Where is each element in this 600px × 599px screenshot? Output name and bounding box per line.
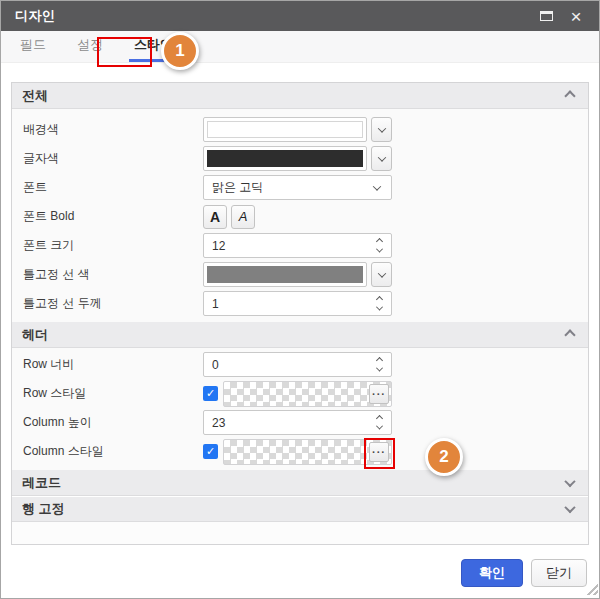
bg-color-control <box>203 117 392 142</box>
font-select-value: 맑은 고딕 <box>212 179 263 196</box>
row-column-height: Column 높이 <box>22 410 578 435</box>
row-width-spin-buttons[interactable] <box>377 353 382 376</box>
font-label: 폰트 <box>22 179 203 196</box>
text-color-label: 글자색 <box>22 150 203 167</box>
text-color-field[interactable] <box>203 146 367 171</box>
close-dialog-button[interactable]: 닫기 <box>531 559 587 587</box>
chevron-up-icon <box>564 329 575 340</box>
freeze-line-color-label: 틀고정 선 색 <box>22 266 203 283</box>
section-header-rows: Row 너비 Row 스타일 <box>12 348 588 470</box>
row-text-color: 글자색 <box>22 146 578 171</box>
ok-button[interactable]: 확인 <box>461 559 523 587</box>
checkmark-icon: ✓ <box>206 446 215 457</box>
bg-color-label: 배경색 <box>22 121 203 138</box>
font-size-spinner <box>203 233 392 258</box>
dialog-footer: 확인 닫기 <box>1 545 599 596</box>
annotation-red-box-more-button <box>364 438 395 469</box>
style-accordion: 전체 배경색 글자색 <box>11 82 589 545</box>
resize-grip[interactable] <box>586 583 598 595</box>
section-header-general[interactable]: 전체 <box>12 83 588 109</box>
maximize-button[interactable] <box>535 5 557 27</box>
text-color-swatch <box>207 150 363 167</box>
spinner-down-icon <box>376 245 383 252</box>
chevron-down-icon <box>564 502 575 513</box>
accordion-empty-strip <box>12 522 588 544</box>
column-style-label: Column 스타일 <box>22 443 203 460</box>
dialog-body: 전체 배경색 글자색 <box>1 63 599 545</box>
font-select[interactable]: 맑은 고딕 <box>203 175 392 200</box>
text-color-dropdown-button[interactable] <box>371 146 392 171</box>
freeze-line-width-spinner <box>203 291 392 316</box>
freeze-line-width-spin-buttons[interactable] <box>377 292 382 315</box>
row-width-input[interactable] <box>204 353 354 376</box>
freeze-line-width-label: 틀고정 선 두께 <box>22 295 203 312</box>
row-style-label: Row 스타일 <box>22 385 203 402</box>
row-font-bold: 폰트 Bold A A <box>22 204 578 229</box>
tab-bar: 필드 설정 스타일 <box>1 31 599 63</box>
freeze-line-width-input[interactable] <box>204 292 354 315</box>
annotation-red-box-style-tab <box>97 37 152 67</box>
chevron-down-icon <box>377 269 385 277</box>
spinner-down-icon <box>376 364 383 371</box>
close-button[interactable]: × <box>565 5 587 27</box>
checkmark-icon: ✓ <box>206 388 215 399</box>
freeze-line-width-control <box>203 291 392 316</box>
section-general-rows: 배경색 글자색 <box>12 109 588 322</box>
column-height-input[interactable] <box>204 411 354 434</box>
section-title-record: 레코드 <box>22 474 566 492</box>
font-size-input[interactable] <box>204 234 354 257</box>
font-control: 맑은 고딕 <box>203 175 392 200</box>
row-style-checkbox[interactable]: ✓ <box>203 386 218 401</box>
row-font-size: 폰트 크기 <box>22 233 578 258</box>
tab-field-label: 필드 <box>20 36 46 54</box>
row-row-style: Row 스타일 ✓ ··· <box>22 381 578 406</box>
bg-color-field[interactable] <box>203 117 367 142</box>
column-height-spinner <box>203 410 392 435</box>
row-font: 폰트 맑은 고딕 <box>22 175 578 200</box>
chevron-down-icon <box>373 182 381 190</box>
chevron-down-icon <box>377 124 385 132</box>
font-size-label: 폰트 크기 <box>22 237 203 254</box>
row-style-control: ✓ ··· <box>203 381 392 407</box>
row-row-width: Row 너비 <box>22 352 578 377</box>
bg-color-dropdown-button[interactable] <box>371 117 392 142</box>
font-size-spin-buttons[interactable] <box>377 234 382 257</box>
spinner-up-icon <box>376 237 383 244</box>
font-bold-control: A A <box>203 205 259 229</box>
annotation-step-badge-2: 2 <box>425 438 463 476</box>
italic-button[interactable]: A <box>231 205 255 229</box>
section-header-record[interactable]: 레코드 <box>12 470 588 496</box>
chevron-down-icon <box>377 153 385 161</box>
section-title-row-freeze: 행 고정 <box>22 500 566 518</box>
section-title-header: 헤더 <box>22 326 566 344</box>
section-header-row-freeze[interactable]: 행 고정 <box>12 496 588 522</box>
maximize-icon <box>540 11 553 21</box>
row-width-label: Row 너비 <box>22 356 203 373</box>
dialog-title: 디자인 <box>15 7 56 25</box>
spinner-up-icon <box>376 295 383 302</box>
design-dialog: 디자인 × 필드 설정 스타일 전체 배경색 <box>0 0 600 599</box>
row-style-more-button[interactable]: ··· <box>369 384 389 404</box>
spinner-down-icon <box>376 303 383 310</box>
annotation-step-badge-1: 1 <box>161 32 199 70</box>
freeze-line-color-field[interactable] <box>203 262 367 287</box>
column-height-spin-buttons[interactable] <box>377 411 382 434</box>
bold-button[interactable]: A <box>203 205 227 229</box>
column-height-label: Column 높이 <box>22 414 203 431</box>
row-freeze-line-color: 틀고정 선 색 <box>22 262 578 287</box>
text-color-control <box>203 146 392 171</box>
close-icon: × <box>570 7 581 26</box>
freeze-line-color-swatch <box>207 266 363 283</box>
freeze-line-color-dropdown-button[interactable] <box>371 262 392 287</box>
row-style-preview[interactable]: ··· <box>223 381 392 407</box>
row-freeze-line-width: 틀고정 선 두께 <box>22 291 578 316</box>
freeze-line-color-control <box>203 262 392 287</box>
column-style-checkbox[interactable]: ✓ <box>203 444 218 459</box>
tab-field[interactable]: 필드 <box>15 31 51 62</box>
font-bold-label: 폰트 Bold <box>22 208 203 225</box>
section-header-header[interactable]: 헤더 <box>12 322 588 348</box>
column-height-control <box>203 410 392 435</box>
spinner-up-icon <box>376 414 383 421</box>
chevron-up-icon <box>564 90 575 101</box>
bg-color-swatch <box>207 121 363 138</box>
